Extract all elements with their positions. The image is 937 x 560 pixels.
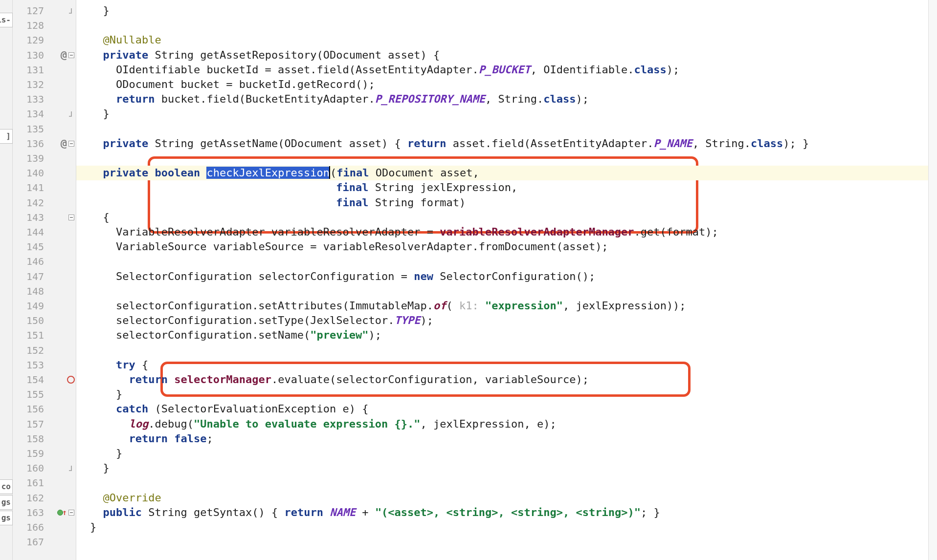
tool-window-tab-fragment[interactable]: gs [0,511,13,525]
gutter-row[interactable]: 159 [13,446,76,461]
code-line[interactable]: return bucket.field(BucketEntityAdapter.… [76,92,928,107]
line-number: 128 [13,18,44,33]
gutter-row[interactable]: 154 [13,372,76,387]
code-line[interactable]: SelectorConfiguration selectorConfigurat… [76,269,928,284]
tool-window-tab-fragment[interactable]: is- [0,13,13,27]
code-line[interactable] [76,151,928,166]
code-editor[interactable]: } @Nullable private String getAssetRepos… [76,0,928,560]
fold-start-icon[interactable] [68,140,75,147]
code-line[interactable]: } [76,520,928,535]
gutter-row[interactable]: 152 [13,343,76,358]
gutter-row[interactable]: 146 [13,254,76,269]
code-line[interactable] [76,535,928,549]
code-line[interactable]: return false; [76,431,928,446]
fold-end-icon[interactable] [68,110,75,117]
gutter-row[interactable]: 162 [13,491,76,505]
code-line[interactable]: @Nullable [76,33,928,47]
gutter-row[interactable]: 130@ [13,48,76,63]
code-line[interactable]: private boolean checkJexlExpression(fina… [76,166,928,180]
left-tool-window-edge[interactable]: is-]cogsgs [0,0,13,560]
code-line[interactable]: final String format) [76,195,928,210]
code-line[interactable]: } [76,446,928,461]
line-number: 155 [13,387,44,402]
code-line[interactable]: selectorConfiguration.setAttributes(Immu… [76,299,928,313]
code-line[interactable]: try { [76,358,928,372]
gutter-row[interactable]: 166 [13,520,76,535]
tool-window-tab-fragment[interactable]: ] [0,129,13,144]
gutter-row[interactable]: 161 [13,475,76,490]
gutter-row[interactable]: 156 [13,402,76,416]
code-line[interactable]: catch (SelectorEvaluationException e) { [76,402,928,416]
tool-window-tab-fragment[interactable]: co [0,479,13,494]
gutter-row[interactable]: 131 [13,63,76,77]
gutter-row[interactable]: 141 [13,180,76,195]
fold-start-icon[interactable] [68,509,75,516]
breakpoint-ring-icon[interactable] [67,376,75,384]
gutter-row[interactable]: 128 [13,18,76,33]
gutter-row[interactable]: 129 [13,33,76,47]
code-line[interactable]: } [76,107,928,121]
override-marker-icon[interactable]: ↑ [57,505,67,520]
code-line[interactable] [76,18,928,33]
gutter-row[interactable]: 144 [13,225,76,239]
code-line[interactable]: VariableResolverAdapter variableResolver… [76,225,928,239]
fold-start-icon[interactable] [68,52,75,59]
gutter-row[interactable]: 167 [13,535,76,549]
line-number: 145 [13,239,44,254]
code-line[interactable]: private String getAssetRepository(ODocum… [76,48,928,63]
code-line[interactable] [76,284,928,299]
code-line[interactable] [76,343,928,358]
code-line[interactable]: public String getSyntax() { return NAME … [76,505,928,520]
code-line[interactable]: } [76,3,928,18]
gutter-row[interactable]: 142 [13,195,76,210]
gutter-row[interactable]: 147 [13,269,76,284]
code-line[interactable]: } [76,387,928,402]
gutter-row[interactable]: 153 [13,358,76,372]
gutter-row[interactable]: 160 [13,461,76,475]
code-line[interactable]: } [76,461,928,475]
code-line[interactable]: selectorConfiguration.setType(JexlSelect… [76,313,928,328]
tool-window-tab-fragment[interactable]: gs [0,495,13,510]
code-line[interactable]: return selectorManager.evaluate(selector… [76,372,928,387]
vertical-scrollbar[interactable] [928,0,937,560]
code-line[interactable]: selectorConfiguration.setName("preview")… [76,328,928,343]
fold-start-icon[interactable] [68,214,75,221]
gutter-row[interactable]: 133 [13,92,76,107]
gutter-row[interactable]: 135 [13,122,76,136]
code-line[interactable]: private String getAssetName(ODocument as… [76,136,928,151]
gutter-row[interactable]: 136@ [13,136,76,151]
gutter-row[interactable]: 157 [13,417,76,431]
gutter-row[interactable]: 150 [13,313,76,328]
gutter-row[interactable]: 163↑ [13,505,76,520]
code-line[interactable]: VariableSource variableSource = variable… [76,239,928,254]
line-number: 166 [13,520,44,535]
line-number: 158 [13,431,44,446]
code-line[interactable]: { [76,210,928,225]
code-line[interactable]: log.debug("Unable to evaluate expression… [76,417,928,431]
gutter-row[interactable]: 127 [13,3,76,18]
gutter-row[interactable]: 134 [13,107,76,121]
editor-gutter[interactable]: 127128129130@131132133134135136@13914014… [13,0,76,560]
gutter-row[interactable]: 149 [13,299,76,313]
gutter-row[interactable]: 155 [13,387,76,402]
code-line[interactable] [76,475,928,490]
gutter-row[interactable]: 140 [13,166,76,180]
line-number: 132 [13,77,44,92]
code-line[interactable]: final String jexlExpression, [76,180,928,195]
code-line[interactable]: ODocument bucket = bucketId.getRecord(); [76,77,928,92]
code-line[interactable] [76,254,928,269]
gutter-row[interactable]: 139 [13,151,76,166]
fold-end-icon[interactable] [68,7,75,14]
gutter-row[interactable]: 148 [13,284,76,299]
fold-end-icon[interactable] [68,465,75,472]
line-number: 149 [13,299,44,313]
gutter-annotation-icon: @ [61,136,67,151]
code-line[interactable]: @Override [76,491,928,505]
gutter-row[interactable]: 145 [13,239,76,254]
gutter-row[interactable]: 158 [13,431,76,446]
gutter-row[interactable]: 132 [13,77,76,92]
code-line[interactable]: OIdentifiable bucketId = asset.field(Ass… [76,63,928,77]
code-line[interactable] [76,122,928,136]
gutter-row[interactable]: 143 [13,210,76,225]
gutter-row[interactable]: 151 [13,328,76,343]
